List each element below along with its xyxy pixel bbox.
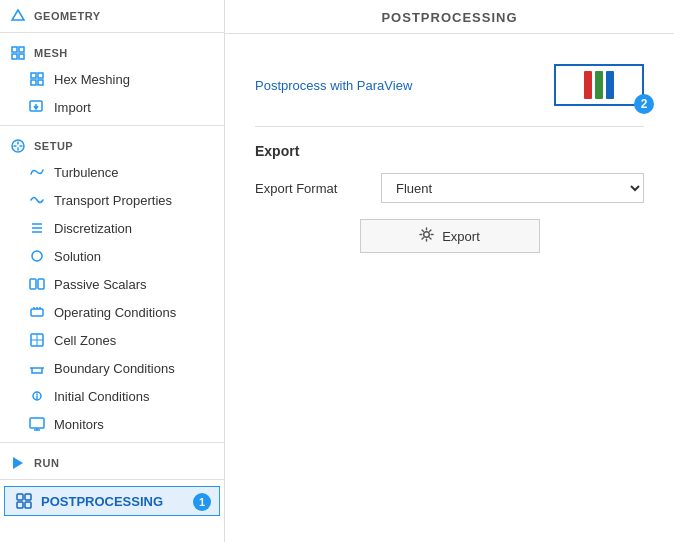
svg-rect-2: [19, 47, 24, 52]
monitors-label: Monitors: [54, 417, 104, 432]
export-button-label: Export: [442, 229, 480, 244]
sidebar-item-postprocessing[interactable]: POSTPROCESSING 1: [4, 486, 220, 516]
svg-rect-34: [17, 502, 23, 508]
boundary-conditions-icon: [28, 359, 46, 377]
initial-conditions-icon: [28, 387, 46, 405]
sidebar-item-import[interactable]: Import: [0, 93, 224, 121]
bar-red: [584, 71, 592, 99]
sidebar: GEOMETRY MESH Hex Meshing Import SETUP T…: [0, 0, 225, 542]
postprocessing-icon: [15, 492, 33, 510]
svg-rect-3: [12, 54, 17, 59]
content-area: Postprocess with ParaView 2 Export Expor…: [225, 34, 674, 273]
paraview-badge: 2: [634, 94, 654, 114]
sidebar-section-setup[interactable]: SETUP: [0, 130, 224, 158]
sidebar-item-initial-conditions[interactable]: Initial Conditions: [0, 382, 224, 410]
discretization-icon: [28, 219, 46, 237]
divider-3: [0, 442, 224, 443]
cell-zones-icon: [28, 331, 46, 349]
sidebar-item-cell-zones[interactable]: Cell Zones: [0, 326, 224, 354]
solution-icon: [28, 247, 46, 265]
export-button[interactable]: Export: [360, 219, 540, 253]
solution-label: Solution: [54, 249, 101, 264]
operating-conditions-label: Operating Conditions: [54, 305, 176, 320]
svg-rect-7: [31, 80, 36, 85]
postprocessing-badge: 1: [193, 493, 211, 511]
sidebar-item-turbulence[interactable]: Turbulence: [0, 158, 224, 186]
run-icon: [10, 455, 26, 471]
svg-marker-31: [13, 457, 23, 469]
page-title: POSTPROCESSING: [225, 0, 674, 34]
export-format-label: Export Format: [255, 181, 365, 196]
paraview-logo-button[interactable]: [554, 64, 644, 106]
cell-zones-label: Cell Zones: [54, 333, 116, 348]
sidebar-item-solution[interactable]: Solution: [0, 242, 224, 270]
import-label: Import: [54, 100, 91, 115]
svg-rect-28: [30, 418, 44, 428]
sidebar-section-run[interactable]: RUN: [0, 447, 224, 475]
export-button-row: Export: [255, 219, 644, 253]
svg-rect-15: [30, 279, 36, 289]
svg-rect-35: [25, 502, 31, 508]
monitors-icon: [28, 415, 46, 433]
mesh-icon: [10, 45, 26, 61]
paraview-logo-container: 2: [554, 64, 644, 106]
sidebar-item-monitors[interactable]: Monitors: [0, 410, 224, 438]
svg-rect-4: [19, 54, 24, 59]
svg-rect-8: [38, 80, 43, 85]
sidebar-item-transport-properties[interactable]: Transport Properties: [0, 186, 224, 214]
geometry-label: GEOMETRY: [34, 10, 101, 22]
sidebar-section-geometry[interactable]: GEOMETRY: [0, 0, 224, 28]
export-title: Export: [255, 143, 644, 159]
sidebar-section-mesh[interactable]: MESH: [0, 37, 224, 65]
operating-conditions-icon: [28, 303, 46, 321]
import-icon: [28, 98, 46, 116]
paraview-row: Postprocess with ParaView 2: [255, 64, 644, 106]
sidebar-item-passive-scalars[interactable]: Passive Scalars: [0, 270, 224, 298]
bar-green: [595, 71, 603, 99]
svg-rect-17: [31, 309, 43, 316]
passive-scalars-label: Passive Scalars: [54, 277, 146, 292]
svg-point-14: [32, 251, 42, 261]
divider-1: [0, 32, 224, 33]
svg-point-36: [424, 232, 430, 238]
svg-marker-0: [12, 10, 24, 20]
paraview-logo: [584, 71, 614, 99]
export-format-select[interactable]: Fluent OpenFOAM VTK: [381, 173, 644, 203]
divider-2: [0, 125, 224, 126]
sidebar-item-operating-conditions[interactable]: Operating Conditions: [0, 298, 224, 326]
svg-rect-6: [38, 73, 43, 78]
run-label: RUN: [34, 457, 59, 469]
export-format-row: Export Format Fluent OpenFOAM VTK: [255, 173, 644, 203]
svg-rect-16: [38, 279, 44, 289]
gear-icon: [419, 227, 434, 245]
sidebar-item-discretization[interactable]: Discretization: [0, 214, 224, 242]
turbulence-label: Turbulence: [54, 165, 119, 180]
sidebar-item-hex-meshing[interactable]: Hex Meshing: [0, 65, 224, 93]
svg-rect-32: [17, 494, 23, 500]
bar-blue: [606, 71, 614, 99]
main-content: POSTPROCESSING Postprocess with ParaView…: [225, 0, 674, 542]
svg-rect-1: [12, 47, 17, 52]
boundary-conditions-label: Boundary Conditions: [54, 361, 175, 376]
hex-meshing-label: Hex Meshing: [54, 72, 130, 87]
turbulence-icon: [28, 163, 46, 181]
sidebar-item-boundary-conditions[interactable]: Boundary Conditions: [0, 354, 224, 382]
transport-label: Transport Properties: [54, 193, 172, 208]
transport-icon: [28, 191, 46, 209]
discretization-label: Discretization: [54, 221, 132, 236]
svg-rect-33: [25, 494, 31, 500]
passive-scalars-icon: [28, 275, 46, 293]
mesh-label: MESH: [34, 47, 68, 59]
setup-label: SETUP: [34, 140, 73, 152]
setup-icon: [10, 138, 26, 154]
svg-rect-5: [31, 73, 36, 78]
hex-meshing-icon: [28, 70, 46, 88]
postprocessing-label: POSTPROCESSING: [41, 494, 163, 509]
initial-conditions-label: Initial Conditions: [54, 389, 149, 404]
geometry-icon: [10, 8, 26, 24]
export-section: Export Export Format Fluent OpenFOAM VTK: [255, 126, 644, 253]
divider-4: [0, 479, 224, 480]
paraview-label: Postprocess with ParaView: [255, 78, 412, 93]
